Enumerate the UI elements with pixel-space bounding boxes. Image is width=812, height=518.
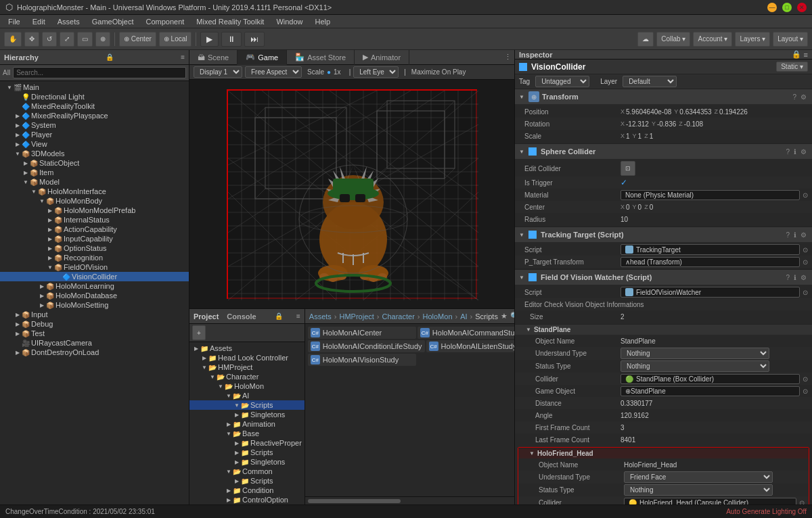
p-target-target-icon[interactable]: ⊙ xyxy=(803,258,808,266)
tab-game[interactable]: 🎮 Game xyxy=(238,50,287,65)
script-ref[interactable]: FieldOfVisionWatcher xyxy=(621,287,800,298)
inspector-lock-icon[interactable]: 🔒 xyxy=(792,50,801,59)
tree-item-option-status[interactable]: ▶ 📦 OptionStatus xyxy=(0,243,189,253)
component-info-button[interactable]: ℹ xyxy=(792,148,798,156)
component-active-checkbox[interactable] xyxy=(528,231,537,239)
tree-item-view[interactable]: ▶ 🔷 View xyxy=(0,139,189,149)
all-filter-button[interactable]: All xyxy=(3,69,10,76)
obj-active-checkbox[interactable] xyxy=(519,63,527,71)
move-tool-button[interactable]: ✥ xyxy=(24,32,39,47)
hf-understandtype-select[interactable]: Friend Face xyxy=(624,471,773,483)
hf-collider-target-icon[interactable]: ⊙ xyxy=(799,499,805,505)
tree-item-mrplayspace[interactable]: ▶ 🔷 MixedRealityPlayspace xyxy=(0,111,189,120)
project-tab[interactable]: Project xyxy=(194,312,219,321)
breadcrumb-ai[interactable]: AI xyxy=(460,312,467,321)
project-tree-ai[interactable]: ▼ 📂 AI xyxy=(189,391,304,400)
tree-item-player[interactable]: ▶ 🔷 Player xyxy=(0,130,189,139)
component-info-button[interactable]: ℹ xyxy=(792,274,798,281)
display-select[interactable]: Display 1 xyxy=(194,66,242,78)
play-button[interactable]: ▶ xyxy=(200,32,219,47)
center-button[interactable]: ⊕ Center xyxy=(119,32,156,47)
project-tree-headlook[interactable]: ▶ 📁 Head Look Controller xyxy=(189,353,304,362)
tree-item-internal-status[interactable]: ▶ 📦 InternalStatus xyxy=(0,215,189,225)
tracking-target-header[interactable]: ▼ Tracking Target (Script) ? ℹ ⚙ xyxy=(515,227,812,242)
horizontal-scrollbar[interactable] xyxy=(308,499,401,503)
project-tree-singletons2[interactable]: ▶ 📁 Singletons xyxy=(189,457,304,467)
project-menu-icon[interactable]: ≡ xyxy=(296,312,300,320)
hierarchy-menu-icon[interactable]: ≡ xyxy=(181,53,185,61)
component-settings-button[interactable]: ⚙ xyxy=(799,148,808,156)
project-tree-scripts2[interactable]: ▶ 📁 Scripts xyxy=(189,448,304,457)
project-tree-common[interactable]: ▼ 📂 Common xyxy=(189,467,304,476)
tree-item-holomon-body[interactable]: ▼ 📦 HoloMonBody xyxy=(0,196,189,206)
tab-options-icon[interactable]: ⋮ xyxy=(504,53,512,62)
eye-select[interactable]: Left Eye xyxy=(353,66,399,78)
step-button[interactable]: ⏭ xyxy=(244,32,265,47)
component-help-button[interactable]: ? xyxy=(784,231,791,239)
tree-item-holomon-modelprefab[interactable]: ▶ 📦 HoloMonModelPrefab xyxy=(0,206,189,215)
tree-item-recognition[interactable]: ▶ 📦 Recognition xyxy=(0,253,189,262)
project-tree-singletons[interactable]: ▶ 📁 Singletons xyxy=(189,410,304,419)
component-help-button[interactable]: ? xyxy=(791,93,798,101)
tree-item-holomon-learning[interactable]: ▶ 📦 HoloMonLearning xyxy=(0,281,189,291)
tree-item-action-capability[interactable]: ▶ 📦 ActionCapability xyxy=(0,225,189,234)
component-info-button[interactable]: ℹ xyxy=(792,231,798,239)
file-holomon-aicenter[interactable]: C# HoloMonAICenter xyxy=(308,327,416,339)
component-help-button[interactable]: ? xyxy=(784,274,791,281)
hierarchy-lock-icon[interactable]: 🔒 xyxy=(106,53,114,61)
maximize-button[interactable]: □ xyxy=(782,3,792,12)
tree-item-test[interactable]: ▶ 📦 Test xyxy=(0,329,189,338)
close-button[interactable]: ✕ xyxy=(797,3,807,12)
hand-tool-button[interactable]: ✋ xyxy=(4,32,22,47)
static-button[interactable]: Static ▾ xyxy=(776,62,808,72)
minimize-button[interactable]: — xyxy=(767,3,777,12)
project-tree-holomon[interactable]: ▼ 📂 HoloMon xyxy=(189,381,304,391)
project-tree-scripts3[interactable]: ▶ 📁 Scripts xyxy=(189,476,304,486)
script-target-icon[interactable]: ⊙ xyxy=(803,246,808,254)
scale-slider[interactable]: ● xyxy=(327,68,331,76)
file-holomon-aicommand[interactable]: C# HoloMonAICommandStudy xyxy=(418,327,526,339)
sp-statustype-select[interactable]: Nothing xyxy=(621,360,769,372)
tree-item-dirlight[interactable]: 💡 Directional Light xyxy=(0,92,189,101)
project-tree-base[interactable]: ▼ 📂 Base xyxy=(189,429,304,438)
collab-button[interactable]: Collab ▾ xyxy=(656,32,690,47)
tree-item-system[interactable]: ▶ 🔷 System xyxy=(0,120,189,130)
tree-item-holomon-database[interactable]: ▶ 📦 HoloMonDatabase xyxy=(0,291,189,300)
hf-statustype-select[interactable]: Nothing xyxy=(624,484,773,496)
menu-component[interactable]: Component xyxy=(140,16,189,27)
tree-item-holomon-setting[interactable]: ▶ 📦 HoloMonSetting xyxy=(0,300,189,310)
breadcrumb-scripts[interactable]: Scripts xyxy=(475,312,498,321)
breadcrumb-hmproject[interactable]: HMProject xyxy=(340,312,374,321)
transform-header[interactable]: ▼ ⊕ Transform ? ⚙ xyxy=(515,89,812,104)
transform-tool-button[interactable]: ⊕ xyxy=(95,32,110,47)
component-active-checkbox[interactable] xyxy=(528,273,537,281)
holofriend-header[interactable]: ▼ HoloFriend_Head xyxy=(518,448,809,458)
sp-gameobj-target-icon[interactable]: ⊙ xyxy=(803,387,808,395)
material-value[interactable]: None (Physic Material) xyxy=(621,190,800,200)
console-tab[interactable]: Console xyxy=(221,312,261,321)
file-holomon-aicondition[interactable]: C# HoloMonAIConditionLifeStudy xyxy=(308,340,425,352)
component-settings-button[interactable]: ⚙ xyxy=(799,93,808,101)
tree-item-staticobj[interactable]: ▶ 📦 StaticObject xyxy=(0,158,189,168)
sp-collider-target-icon[interactable]: ⊙ xyxy=(803,375,808,383)
tree-item-vision-collider[interactable]: 🔷 VisionCollider xyxy=(0,272,189,281)
tab-asset-store[interactable]: 🏪 Asset Store xyxy=(287,50,355,65)
local-button[interactable]: ⊕ Local xyxy=(159,32,192,47)
file-holomon-aivision[interactable]: C# HoloMonAIVisionStudy xyxy=(308,354,416,366)
sp-gameobj-ref[interactable]: ⊕StandPlane xyxy=(621,386,800,396)
hf-collider-ref[interactable]: 🟡 HoloFriend_Head (Capsule Collider) xyxy=(624,498,796,505)
pause-button[interactable]: ⏸ xyxy=(221,32,242,47)
layers-button[interactable]: Layers ▾ xyxy=(735,32,770,47)
standplane-header[interactable]: ▼ StandPlane xyxy=(515,324,812,335)
layout-button[interactable]: Layout ▾ xyxy=(773,32,808,47)
account-button[interactable]: Account ▾ xyxy=(693,32,732,47)
tab-scene[interactable]: 🏔 Scene xyxy=(189,50,238,65)
add-project-button[interactable]: + xyxy=(192,325,206,340)
p-target-ref[interactable]: ∧head (Transform) xyxy=(621,257,800,267)
project-tree-character[interactable]: ▼ 📂 Character xyxy=(189,372,304,381)
tree-item-model[interactable]: ▼ 📦 Model xyxy=(0,177,189,187)
sp-collider-ref[interactable]: 🟢 StandPlane (Box Collider) xyxy=(621,374,800,384)
tree-item-input[interactable]: ▶ 📦 Input xyxy=(0,310,189,319)
layer-select[interactable]: Default xyxy=(623,76,677,87)
tree-item-input-capability[interactable]: ▶ 📦 InputCapability xyxy=(0,234,189,243)
